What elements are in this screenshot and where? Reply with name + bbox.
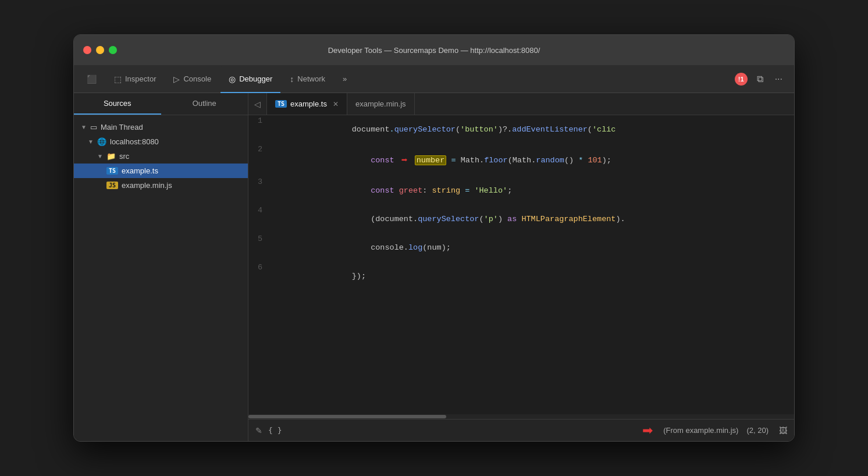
tab-inspector-label: Inspector (125, 74, 156, 83)
tree-item-localhost[interactable]: ▼ 🌐 localhost:8080 (74, 134, 248, 149)
code-text: ) (498, 215, 507, 223)
source-file-label: (From example.min.js) (663, 426, 738, 435)
tab-console[interactable]: ▷ Console (165, 65, 219, 93)
code-text: ( (456, 125, 460, 134)
js-badge: JS (106, 182, 118, 189)
editor-tab-example-ts[interactable]: TS example.ts ✕ (267, 93, 347, 115)
line-code-5[interactable]: console.log(num); (272, 233, 794, 262)
code-text (352, 186, 371, 195)
ts-badge: TS (106, 167, 118, 175)
red-arrow-icon: ➡ (401, 154, 408, 166)
line-num-1: 1 (248, 115, 272, 144)
localhost-label: localhost:8080 (110, 137, 159, 146)
code-text: () (564, 156, 578, 165)
code-text: 'button' (460, 125, 498, 134)
toggle-sidebar-button[interactable]: ◁ (248, 93, 267, 115)
close-button[interactable] (83, 46, 91, 54)
tab-cursor-tool[interactable]: ⬛ (79, 65, 105, 93)
console-icon: ▷ (173, 74, 180, 84)
line-code-2[interactable]: const ➡ number = Math.floor(Math.random(… (272, 144, 794, 176)
red-arrow-status-icon: ➡ (642, 423, 653, 438)
code-text: 'Hello' (474, 186, 507, 195)
line-code-1[interactable]: document.querySelector('button')?.addEve… (272, 115, 794, 144)
code-text: : (422, 186, 432, 195)
statusbar: ✎ { } ➡ (From example.min.js) (2, 20) 🖼 (248, 419, 794, 441)
network-icon: ↕ (290, 74, 294, 84)
error-badge[interactable]: ! 1 (735, 73, 748, 86)
code-text: HTMLParagraphElement (521, 215, 616, 223)
code-text: console. (352, 243, 408, 252)
settings-dots-icon[interactable]: ··· (773, 72, 785, 87)
line-num-3: 3 (248, 176, 272, 205)
arrow-icon: ▼ (97, 153, 103, 159)
editor-tab-js-label: example.min.js (355, 100, 406, 108)
example-ts-label: example.ts (122, 166, 158, 175)
code-text: random (536, 156, 564, 165)
format-icon[interactable]: ✎ (255, 426, 262, 435)
code-text (394, 186, 399, 195)
code-text: = (451, 156, 456, 165)
tab-debugger-label: Debugger (239, 74, 272, 83)
code-text: }); (352, 272, 366, 280)
sources-tab-label: Sources (104, 99, 131, 108)
code-text: Math. (456, 156, 485, 165)
more-icon: » (343, 74, 347, 83)
devtools-window: Developer Tools — Sourcemaps Demo — http… (73, 34, 795, 442)
editor-tabs: ◁ TS example.ts ✕ example.min.js (248, 93, 794, 115)
error-count: 1 (740, 76, 744, 83)
code-text: as (507, 215, 517, 223)
tree-item-example-ts[interactable]: TS example.ts (74, 164, 248, 178)
tab-console-label: Console (183, 74, 211, 83)
src-label: src (119, 152, 129, 161)
code-text: 'clic (592, 125, 616, 134)
tree-item-main-thread[interactable]: ▼ ▭ Main Thread (74, 120, 248, 134)
main-tabbar: ⬛ ⬚ Inspector ▷ Console ◎ Debugger ↕ Net… (74, 65, 794, 93)
maximize-button[interactable] (109, 46, 117, 54)
line-code-6[interactable]: }); (272, 262, 794, 290)
code-text: querySelector (418, 215, 479, 223)
code-area[interactable]: 1 document.querySelector('button')?.addE… (248, 115, 794, 414)
close-tab-icon[interactable]: ✕ (333, 100, 339, 108)
line-code-3[interactable]: const greet: string = 'Hello'; (272, 176, 794, 205)
code-text (394, 156, 399, 165)
debugger-icon: ◎ (229, 74, 236, 84)
window-title: Developer Tools — Sourcemaps Demo — http… (328, 46, 540, 55)
code-table: 1 document.querySelector('button')?.addE… (248, 115, 794, 290)
expand-icon[interactable]: ⧉ (755, 72, 766, 87)
image-icon[interactable]: 🖼 (779, 426, 787, 435)
code-text: querySelector (394, 125, 456, 134)
window-controls (83, 46, 117, 54)
code-text: const (371, 186, 394, 195)
scrollbar-thumb[interactable] (248, 415, 446, 418)
code-text: ); (602, 156, 611, 165)
code-text: addEventListener (512, 125, 588, 134)
outline-tab-label: Outline (193, 99, 216, 108)
titlebar: Developer Tools — Sourcemaps Demo — http… (74, 35, 794, 65)
pretty-print-button[interactable]: { } (268, 426, 282, 435)
code-text: ( (588, 125, 592, 134)
ts-file-badge: TS (275, 100, 287, 108)
sidebar-tab-outline[interactable]: Outline (161, 93, 248, 115)
code-text: ). (616, 215, 625, 223)
tab-network[interactable]: ↕ Network (282, 65, 333, 93)
code-line-5: 5 console.log(num); (248, 233, 794, 262)
tree-item-src[interactable]: ▼ 📁 src (74, 149, 248, 164)
tab-inspector[interactable]: ⬚ Inspector (106, 65, 164, 93)
inspector-icon: ⬚ (114, 74, 122, 84)
editor-tab-example-min-js[interactable]: example.min.js (347, 93, 415, 115)
horizontal-scrollbar[interactable] (248, 414, 794, 419)
code-text (410, 156, 415, 165)
main-content: Sources Outline ▼ ▭ Main Thread ▼ 🌐 loca (74, 93, 794, 441)
minimize-button[interactable] (96, 46, 104, 54)
thread-icon: ▭ (90, 123, 97, 132)
code-line-4: 4 (document.querySelector('p') as HTMLPa… (248, 205, 794, 233)
line-code-4[interactable]: (document.querySelector('p') as HTMLPara… (272, 205, 794, 233)
tab-network-label: Network (297, 74, 325, 83)
code-text: 101 (588, 156, 602, 165)
tab-more[interactable]: » (335, 65, 355, 93)
code-text: (document. (352, 215, 418, 223)
tab-debugger[interactable]: ◎ Debugger (220, 65, 280, 93)
tree-item-example-min-js[interactable]: JS example.min.js (74, 178, 248, 193)
sidebar-tab-sources[interactable]: Sources (74, 93, 161, 115)
code-text (352, 156, 371, 165)
